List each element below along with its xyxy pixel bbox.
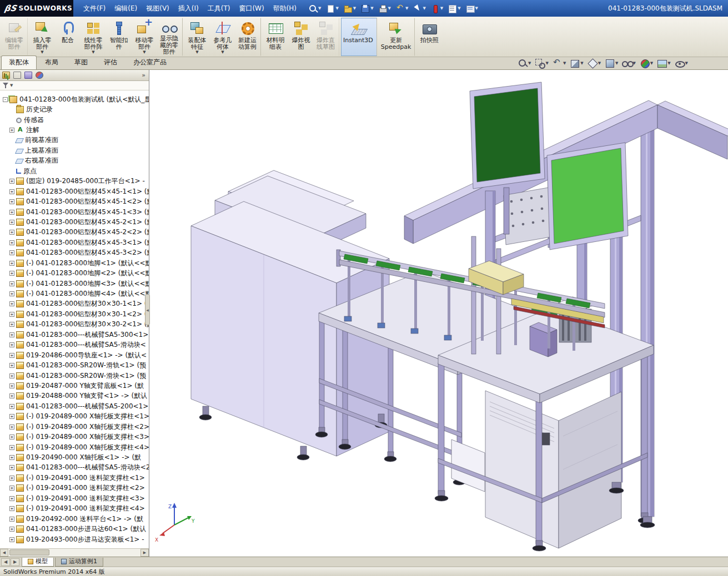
assembly-3d-model[interactable]: Z Y X [149,70,728,557]
tree-item[interactable]: 前视基准面 [0,135,149,145]
config-manager-tab-icon[interactable] [24,72,32,79]
scroll-left-arrow-icon[interactable]: ◀ [0,549,8,557]
display-style-button[interactable]: ▼ [605,58,618,68]
ribbon-tab[interactable]: 布局 [37,55,66,69]
instant3d-button[interactable]: Instant3D ▼ [341,18,377,56]
tree-item[interactable]: + 019-20487-000 Y轴支臂底板<1> (默 [0,381,149,391]
menu-item[interactable]: 帮助(H) [269,2,301,16]
tree-item[interactable]: + (-) 019-20489-000 X轴托板支撑柱<2> [0,422,149,432]
tree-item[interactable]: + 019-20486-000导轨座<1> -> (默认< [0,350,149,360]
panel-flyout-chevron-icon[interactable]: » [140,72,147,79]
tree-item[interactable]: + 041-01283-000铝型材30×30-2<1> (默 [0,320,149,330]
scroll-tabs-right-button[interactable]: ▶ [11,558,19,566]
expand-toggle[interactable]: + [9,486,14,491]
expand-toggle[interactable]: + [9,271,14,276]
feature-manager-tab-icon[interactable] [2,72,10,79]
filter-funnel-icon[interactable] [2,82,9,89]
menu-item[interactable]: 文件(F) [79,2,110,16]
tree-item[interactable]: + 041-01283-000步进马达60<1> (默认 [0,524,149,534]
view-orientation-button[interactable]: ▼ [588,58,601,68]
graphics-area[interactable]: Z Y X [149,70,728,557]
tree-item[interactable]: 上视基准面 [0,145,149,155]
toggle-button[interactable]: ▼ [429,3,445,14]
panel-collapse-handle[interactable]: ◀ [145,294,150,325]
tree-item[interactable]: + (-) 041-01283-000地脚<1> (默认<<默 [0,258,149,268]
view-settings-button[interactable]: ▼ [675,58,688,68]
tree-item[interactable]: + 019-20488-000 Y轴支臂<1> -> (默认 [0,391,149,401]
scroll-tabs-left-button[interactable]: ◀ [1,558,10,566]
expand-toggle[interactable]: + [9,527,14,532]
expand-toggle[interactable]: + [9,383,14,388]
tree-item[interactable]: + (-) 019-20491-000 送料架支撑柱<1> [0,473,149,483]
expand-toggle[interactable]: + [9,537,14,542]
scroll-right-arrow-icon[interactable]: ▶ [140,549,149,557]
ribbon-tab[interactable]: 评估 [96,55,125,69]
tree-item[interactable]: + 041-01283-000铝型材30×30-1<1> (默 [0,299,149,309]
ribbon-tab[interactable]: 办公室产品 [125,55,174,69]
new-document-button[interactable]: ▼ [324,3,340,14]
tree-item[interactable]: + 041-01283-000铝型材45×45-3<1> (默 [0,238,149,247]
expand-toggle[interactable]: + [9,250,14,255]
expand-toggle[interactable]: + [9,434,14,439]
expand-toggle[interactable]: + [9,312,14,317]
motion-study-button[interactable]: 新建运 动算例 ▼ [235,18,261,56]
tree-item[interactable]: + (-) 019-20491-000 送料架支撑柱<4> [0,504,149,514]
expand-toggle[interactable]: + [9,301,14,306]
expand-toggle[interactable]: + [9,517,14,522]
menu-item[interactable]: 窗口(W) [234,2,268,16]
assembly-features-button[interactable]: 装配体 特征 ▼ [184,18,210,56]
menu-item[interactable]: 工具(T) [203,2,235,16]
move-component-button[interactable]: 移动零 部件 ▼ [132,18,157,56]
scrollbar-thumb[interactable] [9,549,49,555]
edit-component-button[interactable]: 编辑零 部件 ▼ [2,18,28,56]
properties-button[interactable]: ▼ [446,3,462,14]
tree-item[interactable]: + (-) 041-01283-000地脚<3> (默认<<默 [0,279,149,289]
expand-toggle[interactable]: + [9,393,14,398]
tree-item[interactable]: 原点 [0,166,149,176]
tree-item[interactable]: 传感器 [0,115,149,125]
expand-toggle[interactable]: + [9,179,14,184]
bom-button[interactable]: 材料明 细表 ▼ [263,18,288,56]
open-button[interactable]: ▼ [342,3,358,14]
expand-toggle[interactable]: + [9,322,14,327]
expand-toggle[interactable]: + [9,342,14,347]
smart-fasteners-button[interactable]: 智能扣 件 ▼ [106,18,132,56]
tree-item[interactable]: + (-) 041-01283-000地脚<4> (默认<<默 [0,289,149,299]
tree-item[interactable]: + (固定) 019-20485-000工作平台<1> - [0,176,149,186]
scrollbar-track[interactable] [8,549,140,557]
expand-toggle[interactable]: + [9,353,14,358]
tree-item[interactable]: + 041-01283-000铝型材45×45-2<2> (默 [0,228,149,238]
tree-item[interactable]: + 041-01283-000铝型材30×30-1<2> (默 [0,309,149,319]
expand-toggle[interactable]: + [9,291,14,296]
tree-item[interactable]: + (-) 019-20491-000 送料架支撑柱<3> [0,493,149,503]
ribbon-tab[interactable]: 草图 [67,55,96,69]
options-button[interactable]: ▼ [464,3,480,14]
section-view-button[interactable]: ▼ [570,58,583,68]
expand-toggle[interactable]: + [9,445,14,450]
expand-toggle[interactable]: + [9,506,14,511]
tree-item[interactable]: + 019-20490-000 X轴托板<1> -> (默 [0,452,149,462]
expand-toggle[interactable]: + [9,425,14,430]
show-hidden-button[interactable]: 显示隐 藏的零 部件 ▼ [157,18,183,56]
zoom-area-button[interactable]: ▼ [535,58,548,68]
tree-item[interactable]: + 041-01283-000铝型材45×45-1<1> (默 [0,186,149,196]
undo-button[interactable]: ▼ [394,3,410,14]
menu-item[interactable]: 插入(I) [174,2,203,16]
expand-toggle[interactable]: + [9,476,14,481]
tree-item[interactable]: 历史记录 [0,104,149,114]
tree-item[interactable]: + (-) 019-20491-000 送料架支撑柱<2> [0,483,149,493]
select-button[interactable]: ▼ [411,3,427,14]
expand-toggle[interactable]: + [9,455,14,460]
tree-item[interactable]: + 041-01283-000-SR20W-滑块<1> (预 [0,371,149,381]
apply-scene-button[interactable]: ▼ [657,58,670,68]
expand-toggle[interactable]: + [9,414,14,419]
display-manager-tab-icon[interactable] [36,72,43,79]
previous-view-button[interactable]: ▼ [553,58,566,68]
print-button[interactable]: ▼ [376,3,393,14]
expand-toggle[interactable]: + [9,465,14,470]
menu-item[interactable]: 编辑(E) [110,2,142,16]
tree-item[interactable]: + 041-01283-000---机械臂SA5-300<1> [0,330,149,340]
tree-item[interactable]: 右视基准面 [0,156,149,166]
tree-item[interactable]: + 041-01283-000铝型材45×45-1<2> (默 [0,196,149,206]
zoom-fit-button[interactable]: ▼ [518,58,531,68]
